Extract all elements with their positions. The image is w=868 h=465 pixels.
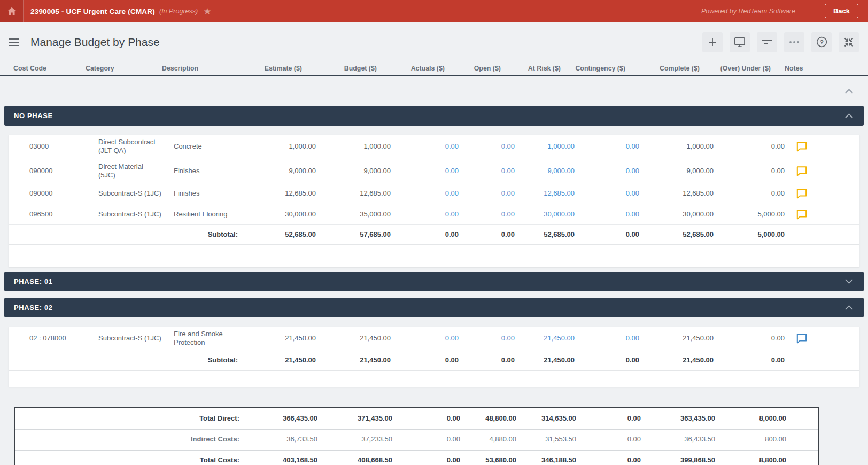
chevron-up-icon[interactable]	[845, 305, 853, 310]
total-estimate: 36,733.50	[247, 430, 317, 450]
cell-at-risk[interactable]: 12,685.00	[515, 183, 575, 204]
chevron-up-icon[interactable]	[845, 113, 853, 118]
column-header-actuals[interactable]: Actuals ($)	[391, 61, 459, 75]
cell-contingency[interactable]: 0.00	[575, 183, 639, 204]
column-header-cost-code[interactable]: Cost Code	[13, 61, 86, 75]
note-button[interactable]	[796, 166, 808, 176]
page-title: Manage Budget by Phase	[30, 36, 160, 49]
cell-cost-code: 02 : 078000	[13, 327, 86, 351]
column-header-over-under[interactable]: (Over) Under ($)	[714, 61, 785, 75]
column-header-contingency[interactable]: Contingency ($)	[575, 61, 639, 75]
column-header-at-risk[interactable]: At Risk ($)	[515, 61, 575, 75]
note-icon	[796, 188, 808, 199]
column-header-category[interactable]: Category	[86, 61, 162, 75]
total-actuals: 0.00	[392, 451, 460, 465]
table-row: 096500Subcontract-S (1JC)Resilient Floor…	[9, 204, 859, 224]
subtotal-contingency: 0.00	[575, 351, 639, 370]
column-header-description[interactable]: Description	[162, 61, 246, 75]
subtotal-budget: 21,450.00	[316, 351, 391, 370]
cell-at-risk[interactable]: 30,000.00	[515, 204, 575, 224]
cell-contingency[interactable]: 0.00	[575, 204, 639, 224]
chevron-down-icon[interactable]	[845, 279, 853, 284]
total-row: Indirect Costs:36,733.5037,233.500.004,8…	[15, 429, 818, 450]
cell-actuals[interactable]: 0.00	[391, 159, 459, 183]
total-budget: 408,668.50	[317, 451, 392, 465]
home-button[interactable]	[0, 0, 24, 22]
cell-category: Subcontract-S (1JC)	[86, 204, 162, 224]
phase-header-1[interactable]: PHASE: 01	[4, 272, 864, 291]
note-button[interactable]	[796, 188, 808, 199]
cell-contingency[interactable]: 0.00	[575, 327, 639, 351]
page-header: Manage Budget by Phase ?	[0, 22, 868, 61]
cell-open[interactable]: 0.00	[459, 183, 515, 204]
cell-complete: 1,000.00	[639, 135, 714, 159]
phase-title: NO PHASE	[14, 112, 53, 120]
cell-category: Subcontract-S (1JC)	[86, 183, 162, 204]
column-header-notes[interactable]: Notes	[785, 61, 868, 75]
phase-title: PHASE: 01	[14, 277, 53, 285]
total-open: 48,800.00	[460, 408, 516, 429]
cell-category: Direct Material (5JC)	[86, 159, 162, 183]
cell-at-risk[interactable]: 9,000.00	[515, 159, 575, 183]
total-over-under: 8,000.00	[715, 408, 786, 429]
total-open: 4,880.00	[460, 430, 516, 450]
note-button[interactable]	[796, 333, 808, 344]
cell-actuals[interactable]: 0.00	[391, 204, 459, 224]
display-button[interactable]	[730, 32, 750, 52]
more-options-button[interactable]	[784, 32, 804, 52]
subtotal-complete: 21,450.00	[639, 351, 714, 370]
note-button[interactable]	[796, 141, 808, 152]
total-actuals: 0.00	[392, 430, 460, 450]
cell-complete: 30,000.00	[639, 204, 714, 224]
back-button[interactable]: Back	[825, 4, 858, 18]
cell-open[interactable]: 0.00	[459, 159, 515, 183]
collapse-all-chevron-up-icon[interactable]	[845, 89, 853, 94]
cell-actuals[interactable]: 0.00	[391, 135, 459, 159]
total-contingency: 0.00	[576, 408, 641, 429]
column-header-open[interactable]: Open ($)	[459, 61, 515, 75]
filter-button[interactable]	[757, 32, 777, 52]
total-contingency: 0.00	[576, 430, 641, 450]
cell-at-risk[interactable]: 21,450.00	[515, 327, 575, 351]
table-row: 03000Direct Subcontract (JLT QA)Concrete…	[9, 135, 859, 159]
totals-box: Total Direct:366,435.00371,435.000.0048,…	[14, 407, 819, 465]
favorite-star-icon[interactable]: ★	[203, 7, 211, 16]
cell-contingency[interactable]: 0.00	[575, 135, 639, 159]
add-button[interactable]	[702, 32, 723, 52]
total-budget: 37,233.50	[317, 430, 392, 450]
cell-actuals[interactable]: 0.00	[391, 327, 459, 351]
cell-open[interactable]: 0.00	[459, 204, 515, 224]
column-header-complete[interactable]: Complete ($)	[639, 61, 714, 75]
subtotal-contingency: 0.00	[575, 225, 639, 244]
phase-header-0[interactable]: NO PHASE	[4, 106, 864, 126]
total-over-under: 8,800.00	[715, 451, 786, 465]
note-button[interactable]	[796, 209, 808, 220]
cell-at-risk[interactable]: 1,000.00	[515, 135, 575, 159]
phase-header-2[interactable]: PHASE: 02	[4, 298, 864, 317]
subtotal-at-risk: 52,685.00	[515, 225, 575, 244]
total-at-risk: 346,188.50	[516, 451, 576, 465]
cell-cost-code: 090000	[13, 183, 86, 204]
total-label: Total Direct:	[15, 408, 247, 429]
cell-cost-code: 090000	[13, 159, 86, 183]
cell-contingency[interactable]: 0.00	[575, 159, 639, 183]
top-bar: 2390005 - UCF Urgent Care (CMAR) (In Pro…	[0, 0, 868, 22]
project-status: (In Progress)	[159, 7, 198, 15]
column-header-estimate[interactable]: Estimate ($)	[246, 61, 316, 75]
display-icon	[734, 37, 746, 48]
cell-notes	[785, 327, 859, 351]
subtotal-open: 0.00	[459, 225, 515, 244]
subtotal-budget: 57,685.00	[316, 225, 391, 244]
menu-icon[interactable]	[9, 38, 19, 46]
total-complete: 363,435.00	[641, 408, 715, 429]
cell-actuals[interactable]: 0.00	[391, 183, 459, 204]
cell-estimate: 21,450.00	[246, 327, 316, 351]
total-complete: 399,868.50	[641, 451, 715, 465]
help-button[interactable]: ?	[811, 32, 832, 52]
cell-open[interactable]: 0.00	[459, 135, 515, 159]
column-header-budget[interactable]: Budget ($)	[316, 61, 391, 75]
cell-budget: 35,000.00	[316, 204, 391, 224]
cell-open[interactable]: 0.00	[459, 327, 515, 351]
total-at-risk: 314,635.00	[516, 408, 576, 429]
collapse-all-button[interactable]	[839, 32, 859, 52]
